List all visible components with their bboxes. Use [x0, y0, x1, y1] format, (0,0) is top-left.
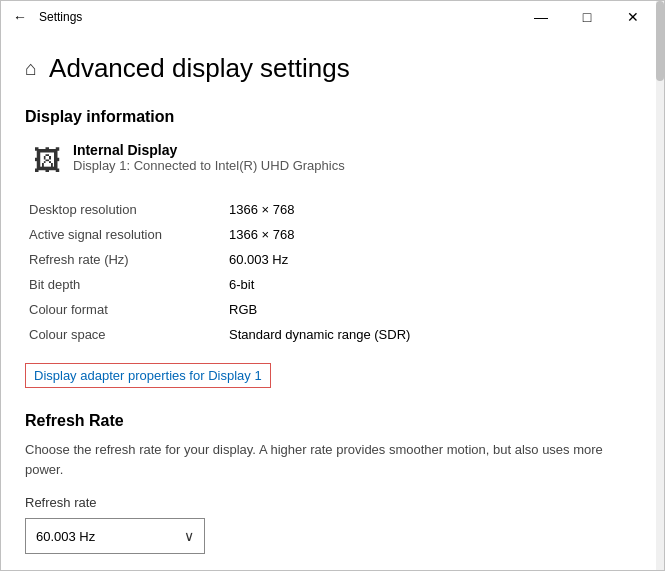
property-value: Standard dynamic range (SDR) — [225, 322, 640, 347]
page-header: ⌂ Advanced display settings — [25, 53, 640, 84]
back-icon[interactable]: ← — [9, 9, 31, 25]
display-info-card: 🖼 Internal Display Display 1: Connected … — [25, 142, 640, 177]
table-row: Desktop resolution1366 × 768 — [25, 197, 640, 222]
window-title: Settings — [39, 10, 82, 24]
table-row: Colour formatRGB — [25, 297, 640, 322]
property-value: 1366 × 768 — [225, 222, 640, 247]
property-label: Colour format — [25, 297, 225, 322]
table-row: Bit depth6-bit — [25, 272, 640, 297]
content-area: ⌂ Advanced display settings Display info… — [1, 33, 664, 570]
table-row: Refresh rate (Hz)60.003 Hz — [25, 247, 640, 272]
property-value: 6-bit — [225, 272, 640, 297]
display-information-section: Display information 🖼 Internal Display D… — [25, 108, 640, 412]
refresh-rate-description: Choose the refresh rate for your display… — [25, 440, 640, 479]
display-properties-table: Desktop resolution1366 × 768Active signa… — [25, 197, 640, 347]
display-name: Internal Display — [73, 142, 345, 158]
property-label: Refresh rate (Hz) — [25, 247, 225, 272]
settings-window: ← Settings — □ ✕ ⌂ Advanced display sett… — [0, 0, 665, 571]
table-row: Colour spaceStandard dynamic range (SDR) — [25, 322, 640, 347]
refresh-rate-title: Refresh Rate — [25, 412, 640, 430]
property-value: 60.003 Hz — [225, 247, 640, 272]
maximize-button[interactable]: □ — [564, 1, 610, 33]
title-bar-left: ← Settings — [9, 9, 82, 25]
property-label: Desktop resolution — [25, 197, 225, 222]
home-icon: ⌂ — [25, 57, 37, 80]
title-bar-controls: — □ ✕ — [518, 1, 656, 33]
monitor-icon: 🖼 — [33, 144, 61, 177]
adapter-link[interactable]: Display adapter properties for Display 1 — [25, 363, 271, 388]
scrollbar-track[interactable] — [656, 1, 664, 570]
table-row: Active signal resolution1366 × 768 — [25, 222, 640, 247]
display-info-text: Internal Display Display 1: Connected to… — [73, 142, 345, 173]
refresh-rate-label: Refresh rate — [25, 495, 640, 510]
property-label: Bit depth — [25, 272, 225, 297]
property-label: Colour space — [25, 322, 225, 347]
scrollbar-thumb[interactable] — [656, 1, 664, 81]
property-value: RGB — [225, 297, 640, 322]
display-desc: Display 1: Connected to Intel(R) UHD Gra… — [73, 158, 345, 173]
minimize-button[interactable]: — — [518, 1, 564, 33]
refresh-rate-section: Refresh Rate Choose the refresh rate for… — [25, 412, 640, 554]
dropdown-value: 60.003 Hz — [36, 529, 95, 544]
refresh-rate-dropdown[interactable]: 60.003 Hz ∨ — [25, 518, 205, 554]
close-button[interactable]: ✕ — [610, 1, 656, 33]
property-value: 1366 × 768 — [225, 197, 640, 222]
chevron-down-icon: ∨ — [184, 528, 194, 544]
page-title: Advanced display settings — [49, 53, 350, 84]
title-bar: ← Settings — □ ✕ — [1, 1, 664, 33]
property-label: Active signal resolution — [25, 222, 225, 247]
display-information-title: Display information — [25, 108, 640, 126]
